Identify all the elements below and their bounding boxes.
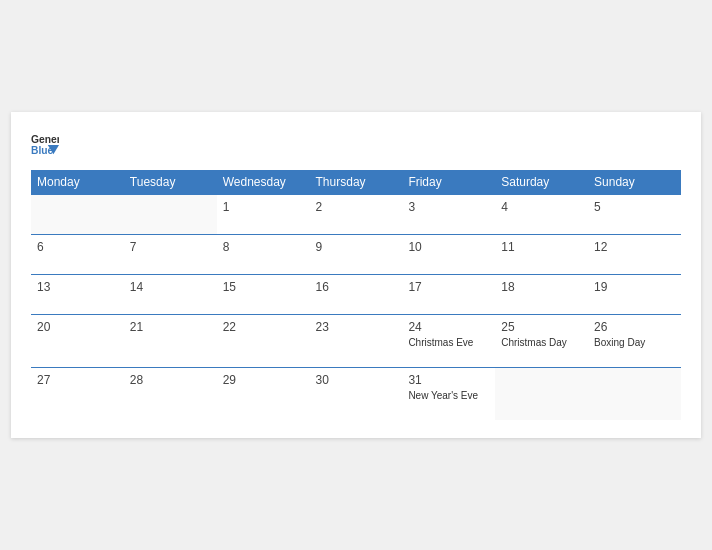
day-number: 13 xyxy=(37,280,118,294)
weekday-header-tuesday: Tuesday xyxy=(124,170,217,195)
day-number: 17 xyxy=(408,280,489,294)
svg-text:General: General xyxy=(31,134,59,145)
day-number: 26 xyxy=(594,320,675,334)
day-number: 9 xyxy=(316,240,397,254)
calendar-cell: 7 xyxy=(124,235,217,275)
day-number: 12 xyxy=(594,240,675,254)
weekday-header-thursday: Thursday xyxy=(310,170,403,195)
calendar-cell: 4 xyxy=(495,195,588,235)
day-number: 8 xyxy=(223,240,304,254)
calendar-row-1: 6789101112 xyxy=(31,235,681,275)
calendar-cell: 25Christmas Day xyxy=(495,315,588,368)
calendar-event: New Year's Eve xyxy=(408,389,489,402)
weekday-header-row: MondayTuesdayWednesdayThursdayFridaySatu… xyxy=(31,170,681,195)
calendar-cell: 9 xyxy=(310,235,403,275)
day-number: 2 xyxy=(316,200,397,214)
day-number: 5 xyxy=(594,200,675,214)
calendar-row-4: 2728293031New Year's Eve xyxy=(31,368,681,421)
calendar-cell: 30 xyxy=(310,368,403,421)
logo: General Blue xyxy=(31,130,59,158)
day-number: 31 xyxy=(408,373,489,387)
calendar-cell: 26Boxing Day xyxy=(588,315,681,368)
calendar-cell: 5 xyxy=(588,195,681,235)
calendar-container: General Blue MondayTuesdayWednesdayThurs… xyxy=(11,112,701,438)
weekday-header-monday: Monday xyxy=(31,170,124,195)
calendar-cell: 6 xyxy=(31,235,124,275)
calendar-event: Christmas Eve xyxy=(408,336,489,349)
day-number: 6 xyxy=(37,240,118,254)
day-number: 10 xyxy=(408,240,489,254)
calendar-cell: 22 xyxy=(217,315,310,368)
day-number: 15 xyxy=(223,280,304,294)
day-number: 21 xyxy=(130,320,211,334)
day-number: 19 xyxy=(594,280,675,294)
calendar-table: MondayTuesdayWednesdayThursdayFridaySatu… xyxy=(31,170,681,420)
day-number: 30 xyxy=(316,373,397,387)
calendar-cell: 24Christmas Eve xyxy=(402,315,495,368)
calendar-cell: 15 xyxy=(217,275,310,315)
calendar-cell: 1 xyxy=(217,195,310,235)
calendar-cell: 8 xyxy=(217,235,310,275)
calendar-event: Christmas Day xyxy=(501,336,582,349)
day-number: 16 xyxy=(316,280,397,294)
calendar-cell: 17 xyxy=(402,275,495,315)
calendar-cell: 29 xyxy=(217,368,310,421)
calendar-event: Boxing Day xyxy=(594,336,675,349)
calendar-cell xyxy=(588,368,681,421)
day-number: 7 xyxy=(130,240,211,254)
weekday-header-sunday: Sunday xyxy=(588,170,681,195)
day-number: 14 xyxy=(130,280,211,294)
day-number: 18 xyxy=(501,280,582,294)
day-number: 3 xyxy=(408,200,489,214)
day-number: 11 xyxy=(501,240,582,254)
day-number: 27 xyxy=(37,373,118,387)
calendar-cell: 14 xyxy=(124,275,217,315)
weekday-header-saturday: Saturday xyxy=(495,170,588,195)
calendar-row-0: 12345 xyxy=(31,195,681,235)
day-number: 25 xyxy=(501,320,582,334)
weekday-header-wednesday: Wednesday xyxy=(217,170,310,195)
calendar-cell: 18 xyxy=(495,275,588,315)
day-number: 28 xyxy=(130,373,211,387)
calendar-row-2: 13141516171819 xyxy=(31,275,681,315)
day-number: 24 xyxy=(408,320,489,334)
calendar-cell: 23 xyxy=(310,315,403,368)
calendar-cell: 11 xyxy=(495,235,588,275)
calendar-cell: 16 xyxy=(310,275,403,315)
calendar-cell: 12 xyxy=(588,235,681,275)
calendar-cell: 10 xyxy=(402,235,495,275)
day-number: 20 xyxy=(37,320,118,334)
calendar-cell: 2 xyxy=(310,195,403,235)
calendar-cell: 27 xyxy=(31,368,124,421)
calendar-cell: 31New Year's Eve xyxy=(402,368,495,421)
day-number: 4 xyxy=(501,200,582,214)
calendar-header: General Blue xyxy=(31,130,681,158)
weekday-header-friday: Friday xyxy=(402,170,495,195)
calendar-cell: 20 xyxy=(31,315,124,368)
calendar-cell xyxy=(495,368,588,421)
svg-text:Blue: Blue xyxy=(31,145,54,156)
day-number: 29 xyxy=(223,373,304,387)
day-number: 1 xyxy=(223,200,304,214)
logo-icon: General Blue xyxy=(31,130,59,158)
calendar-cell: 21 xyxy=(124,315,217,368)
calendar-cell: 28 xyxy=(124,368,217,421)
calendar-cell: 13 xyxy=(31,275,124,315)
day-number: 23 xyxy=(316,320,397,334)
calendar-cell xyxy=(31,195,124,235)
day-number: 22 xyxy=(223,320,304,334)
calendar-body: 123456789101112131415161718192021222324C… xyxy=(31,195,681,421)
calendar-cell xyxy=(124,195,217,235)
calendar-cell: 3 xyxy=(402,195,495,235)
calendar-row-3: 2021222324Christmas Eve25Christmas Day26… xyxy=(31,315,681,368)
calendar-cell: 19 xyxy=(588,275,681,315)
